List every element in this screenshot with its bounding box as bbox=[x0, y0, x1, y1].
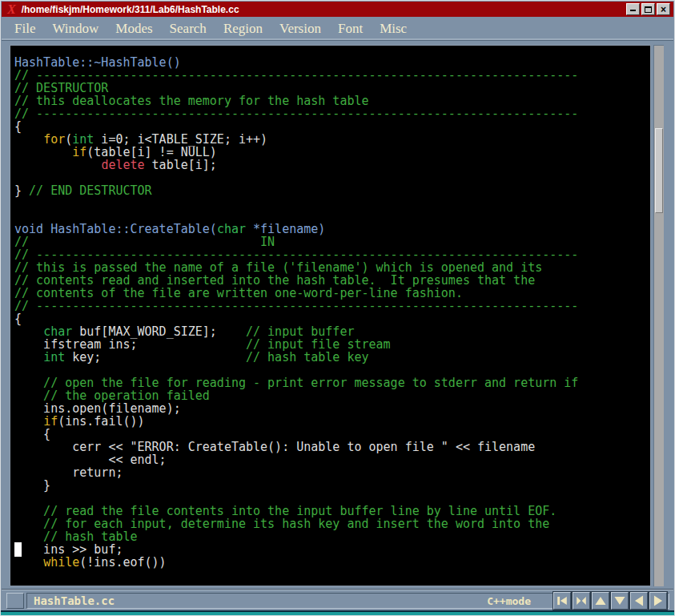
code-line: // -------------------------------------… bbox=[14, 107, 578, 120]
scroll-down-icon bbox=[613, 594, 626, 607]
code-line: char buf[MAX_WORD_SIZE]; // input buffer bbox=[14, 325, 578, 338]
scroll-right-button[interactable] bbox=[649, 592, 667, 610]
code-line: HashTable::~HashTable() bbox=[14, 56, 578, 69]
code-line: // DESTRUCTOR bbox=[14, 82, 578, 95]
code-line: return; bbox=[14, 466, 578, 479]
modeline-left-box bbox=[6, 593, 24, 609]
code-line: void HashTable::CreateTable(char *filena… bbox=[14, 223, 578, 236]
code-line bbox=[14, 492, 578, 505]
code-line: delete table[i]; bbox=[14, 159, 578, 171]
minimize-icon bbox=[630, 6, 636, 11]
code-line: // this is passed the name of a file ('f… bbox=[14, 261, 578, 274]
code-line: if(table[i] != NULL) bbox=[14, 146, 578, 159]
window-title: /home/fiskjm/Homework/311/Lab6/HashTable… bbox=[22, 4, 239, 15]
code-line: } bbox=[14, 479, 578, 492]
desktop-taskbar-edge bbox=[0, 610, 675, 616]
code-line bbox=[14, 210, 578, 223]
scroll-up-button[interactable] bbox=[592, 592, 609, 610]
close-icon: × bbox=[661, 6, 666, 14]
code-line: // -------------------------------------… bbox=[14, 248, 578, 261]
code-line: << endl; bbox=[14, 453, 578, 466]
code-line: ins.open(filename); bbox=[14, 402, 578, 415]
scroll-left-button[interactable] bbox=[630, 592, 648, 610]
code-line: // hash table bbox=[14, 530, 578, 543]
minimize-button[interactable] bbox=[626, 3, 640, 15]
bowtie-button[interactable] bbox=[573, 592, 590, 610]
code-line: // for each input, determine its hash ke… bbox=[14, 517, 578, 530]
maximize-icon bbox=[645, 6, 652, 13]
scrollbar-thumb[interactable] bbox=[655, 128, 663, 213]
xemacs-logo-icon: X bbox=[7, 3, 16, 16]
window-controls: × bbox=[626, 3, 670, 15]
code-line: // contents read and inserted into the h… bbox=[14, 274, 578, 287]
code-editor[interactable]: HashTable::~HashTable()// --------------… bbox=[10, 45, 651, 586]
menu-item-window[interactable]: Window bbox=[52, 21, 98, 37]
code-line: // IN bbox=[14, 236, 578, 248]
menu-item-version[interactable]: Version bbox=[279, 21, 321, 37]
skip-to-start-icon bbox=[556, 594, 569, 607]
code-line: // -------------------------------------… bbox=[14, 69, 578, 82]
scroll-up-icon bbox=[594, 594, 607, 607]
close-button[interactable]: × bbox=[657, 3, 670, 15]
modeline-nav-buttons bbox=[553, 592, 667, 610]
code-line: // contents of the file are written one-… bbox=[14, 287, 578, 300]
buffer-name: HashTable.cc bbox=[34, 594, 115, 607]
code-line: { bbox=[14, 312, 578, 325]
maximize-button[interactable] bbox=[641, 3, 655, 15]
code-line: if(ins.fail()) bbox=[14, 415, 578, 428]
code-line: { bbox=[14, 428, 578, 441]
code-line bbox=[14, 197, 578, 210]
scroll-down-button[interactable] bbox=[611, 592, 629, 610]
code-line: // the operation failed bbox=[14, 389, 578, 402]
code-line bbox=[14, 364, 578, 376]
scroll-right-icon bbox=[652, 594, 665, 607]
code-line: while(!ins.eof()) bbox=[14, 556, 578, 569]
window-titlebar[interactable]: X /home/fiskjm/Homework/311/Lab6/HashTab… bbox=[2, 2, 673, 17]
code-line: { bbox=[14, 120, 578, 133]
menu-item-file[interactable]: File bbox=[14, 21, 35, 37]
code-line: // -------------------------------------… bbox=[14, 300, 578, 312]
scrollbar[interactable] bbox=[653, 45, 664, 586]
menu-item-misc[interactable]: Misc bbox=[380, 21, 407, 37]
menu-item-modes[interactable]: Modes bbox=[115, 21, 152, 37]
code-line: } // END DESTRUCTOR bbox=[14, 184, 578, 197]
code-line: // this deallocates the memory for the h… bbox=[14, 95, 578, 107]
menu-item-search[interactable]: Search bbox=[170, 21, 207, 37]
code-line: for(int i=0; i<TABLE_SIZE; i++) bbox=[14, 133, 578, 146]
code-editor-text[interactable]: HashTable::~HashTable()// --------------… bbox=[14, 56, 578, 569]
menu-item-region[interactable]: Region bbox=[223, 21, 263, 37]
menu-item-font[interactable]: Font bbox=[338, 21, 363, 37]
code-line: // read the file contents into the input… bbox=[14, 505, 578, 517]
code-line: int key; // hash table key bbox=[14, 351, 578, 364]
code-line: // open the file for reading - print err… bbox=[14, 376, 578, 389]
scroll-left-icon bbox=[633, 594, 645, 607]
modeline-panel: HashTable.cc C++mode bbox=[26, 593, 669, 609]
code-line bbox=[14, 171, 578, 184]
code-line: ins >> buf; bbox=[14, 543, 578, 556]
code-line: ifstream ins; // input file stream bbox=[14, 338, 578, 351]
skip-to-start-button[interactable] bbox=[553, 592, 571, 610]
modeline: HashTable.cc C++mode bbox=[2, 589, 673, 611]
mode-indicator: C++mode bbox=[487, 595, 531, 607]
menu-bar: FileWindowModesSearchRegionVersionFontMi… bbox=[2, 17, 673, 41]
bowtie-icon bbox=[575, 594, 588, 607]
code-line: cerr << "ERROR: CreateTable(): Unable to… bbox=[14, 441, 578, 453]
